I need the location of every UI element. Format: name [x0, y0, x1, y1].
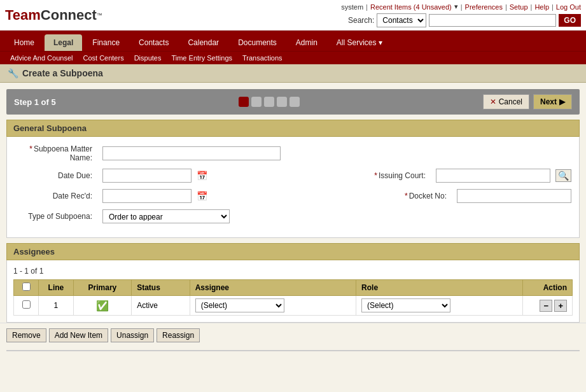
subpoena-matter-label: Subpoena Matter Name:: [15, 144, 97, 162]
search-select[interactable]: Contacts: [377, 13, 426, 27]
bottom-divider: [6, 350, 580, 351]
table-row: 1 ✅ Active (Select) (Select): [14, 296, 573, 316]
subpoena-matter-input[interactable]: [102, 146, 281, 160]
step-dots: [239, 97, 300, 107]
date-due-label: Date Due:: [15, 171, 97, 180]
cancel-button[interactable]: ✕ Cancel: [483, 94, 529, 109]
issuing-court-label: Issuing Court:: [348, 171, 431, 180]
col-header-line: Line: [39, 280, 73, 296]
type-subpoena-select[interactable]: Order to appear Duces Tecum Other: [102, 209, 230, 223]
row-line: 1: [39, 296, 73, 316]
row-status: Active: [132, 296, 190, 316]
tab-contacts[interactable]: Contacts: [130, 34, 178, 51]
setup-link[interactable]: Setup: [510, 3, 528, 11]
type-subpoena-label: Type of Subpoena:: [15, 212, 97, 221]
table-header-row: Line Primary Status Assignee Role Action: [14, 280, 573, 296]
form-area: Subpoena Matter Name: Date Due: 📅 Issuin…: [6, 137, 580, 238]
preferences-link[interactable]: Preferences: [465, 3, 503, 11]
issuing-court-input[interactable]: [436, 169, 550, 183]
step-dot-1: [239, 97, 249, 107]
date-recd-label: Date Rec'd:: [15, 192, 97, 200]
dropdown-icon: ▾: [454, 3, 458, 11]
date-due-input[interactable]: [102, 169, 192, 183]
docket-no-label: Docket No:: [369, 192, 452, 200]
next-button[interactable]: Next ▶: [533, 94, 572, 109]
tab-all-services[interactable]: All Services ▾: [328, 34, 391, 51]
search-go-button[interactable]: GO: [559, 14, 581, 27]
docket-no-input[interactable]: [457, 189, 571, 203]
recent-items-link[interactable]: Recent Items (4 Unsaved): [370, 3, 452, 11]
unassign-button[interactable]: Unassign: [111, 328, 154, 342]
date-recd-row: Date Rec'd: 📅 Docket No:: [15, 189, 571, 203]
row-primary: ✅: [73, 296, 132, 316]
select-all-checkbox[interactable]: [22, 283, 31, 291]
step-dot-5: [290, 97, 300, 107]
date-recd-calendar-icon[interactable]: 📅: [197, 191, 207, 201]
main-content: Step 1 of 5 ✕ Cancel Next ▶ General Subp…: [0, 83, 586, 392]
remove-button[interactable]: Remove: [6, 328, 46, 342]
primary-icon: ✅: [96, 300, 109, 311]
col-header-status: Status: [132, 280, 190, 296]
next-label: Next: [540, 97, 557, 106]
tab-home[interactable]: Home: [5, 34, 43, 51]
step-dot-2: [251, 97, 262, 107]
search-bar: Search: Contacts GO: [348, 13, 581, 27]
assignees-table: Line Primary Status Assignee Role Action…: [13, 279, 573, 316]
subnav-cost-centers[interactable]: Cost Centers: [78, 53, 129, 63]
search-label: Search:: [348, 16, 374, 25]
logout-link[interactable]: Log Out: [556, 3, 581, 11]
help-link[interactable]: Help: [534, 3, 549, 11]
date-due-calendar-icon[interactable]: 📅: [197, 171, 207, 181]
tab-admin[interactable]: Admin: [287, 34, 326, 51]
step-dot-3: [264, 97, 274, 107]
nav-tabs: Home Legal Finance Contacts Calendar Doc…: [0, 31, 586, 51]
subnav-time-entry[interactable]: Time Entry Settings: [166, 53, 237, 63]
col-header-action: Action: [522, 280, 572, 296]
date-due-row: Date Due: 📅 Issuing Court: 🔍: [15, 169, 571, 183]
logo-connect: Connect: [41, 7, 97, 24]
col-header-role: Role: [356, 280, 522, 296]
add-new-item-button[interactable]: Add New Item: [49, 328, 108, 342]
row-role-cell: (Select): [356, 296, 522, 316]
subnav-disputes[interactable]: Disputes: [129, 53, 167, 63]
tab-finance[interactable]: Finance: [83, 34, 129, 51]
tab-documents[interactable]: Documents: [229, 34, 286, 51]
step-dot-4: [277, 97, 287, 107]
subnav-advice[interactable]: Advice And Counsel: [5, 53, 78, 63]
add-row-button[interactable]: +: [554, 300, 567, 312]
page-title: Create a Subpoena: [22, 68, 103, 78]
date-recd-input[interactable]: [102, 189, 192, 203]
page-header: 🔧 Create a Subpoena: [0, 64, 586, 83]
cancel-label: Cancel: [499, 97, 522, 106]
reassign-button[interactable]: Reassign: [157, 328, 200, 342]
subnav-transactions[interactable]: Transactions: [237, 53, 288, 63]
remove-row-button[interactable]: −: [540, 300, 552, 312]
col-header-assignee: Assignee: [190, 280, 356, 296]
page-header-icon: 🔧: [8, 68, 18, 78]
tab-legal[interactable]: Legal: [45, 34, 82, 51]
logo-tm: ™: [97, 12, 102, 18]
logo-team: Team: [5, 7, 41, 24]
row-checkbox-cell: [14, 296, 39, 316]
row-action-cell: − +: [522, 296, 572, 316]
col-header-check: [14, 280, 39, 296]
section-general: General Subpoena: [6, 120, 580, 137]
system-label: system: [341, 3, 363, 11]
record-count: 1 - 1 of 1: [13, 267, 573, 276]
step-bar: Step 1 of 5 ✕ Cancel Next ▶: [6, 89, 580, 115]
step-label: Step 1 of 5: [14, 97, 56, 107]
logo: TeamConnect™: [5, 7, 102, 24]
role-select[interactable]: (Select): [361, 298, 450, 312]
issuing-court-search-icon[interactable]: 🔍: [555, 169, 571, 182]
next-icon: ▶: [559, 97, 565, 106]
type-subpoena-row: Type of Subpoena: Order to appear Duces …: [15, 209, 571, 223]
section-assignees: Assignees: [6, 243, 580, 260]
tab-calendar[interactable]: Calendar: [179, 34, 228, 51]
topbar-links: system | Recent Items (4 Unsaved) ▾ | Pr…: [341, 3, 581, 11]
bottom-buttons: Remove Add New Item Unassign Reassign: [0, 323, 586, 347]
assignee-select[interactable]: (Select): [195, 298, 284, 312]
search-input[interactable]: [429, 14, 556, 27]
sub-nav: Advice And Counsel Cost Centers Disputes…: [0, 51, 586, 64]
row-checkbox[interactable]: [22, 300, 31, 309]
row-assignee-cell: (Select): [190, 296, 356, 316]
